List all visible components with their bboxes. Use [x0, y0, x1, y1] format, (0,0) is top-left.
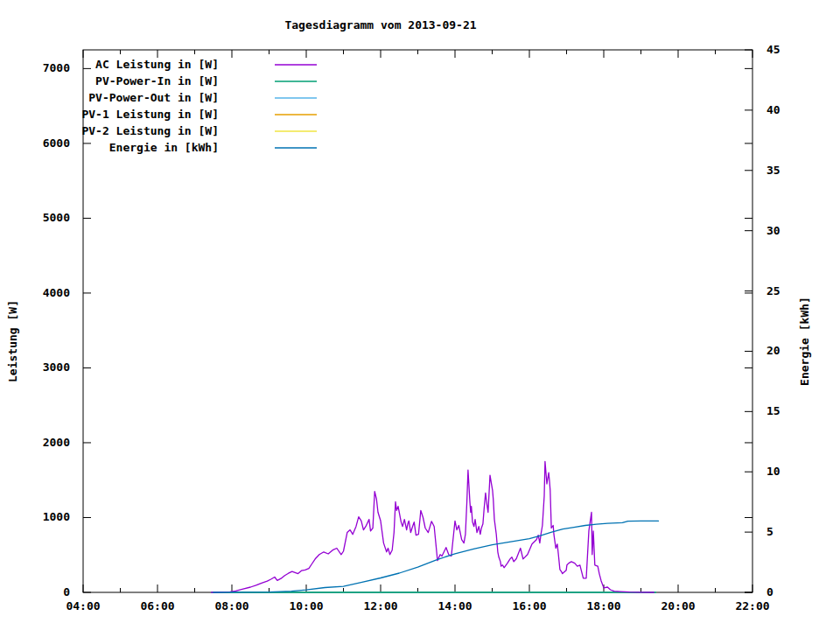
y-tick-label: 5000 — [43, 211, 70, 224]
x-tick-label: 04:00 — [66, 599, 100, 612]
y2-tick-label: 40 — [766, 103, 780, 116]
legend-label: PV-2 Leistung in [W] — [81, 124, 219, 137]
y-tick-label: 4000 — [43, 286, 70, 299]
y2-tick-label: 5 — [766, 525, 774, 538]
y-tick-label: 3000 — [43, 360, 70, 374]
y2-tick-label: 0 — [766, 585, 774, 598]
legend-label: PV-1 Leistung in [W] — [81, 108, 219, 121]
y-tick-label: 6000 — [43, 136, 70, 150]
x-tick-label: 12:00 — [363, 599, 397, 612]
y-tick-label: 1000 — [43, 510, 70, 523]
x-tick-label: 18:00 — [586, 599, 620, 612]
legend-label: AC Leistung in [W] — [95, 58, 219, 71]
y-tick-label: 7000 — [43, 61, 70, 74]
legend-label: PV-Power-In in [W] — [95, 74, 219, 88]
x-tick-label: 14:00 — [438, 599, 472, 612]
x-tick-label: 16:00 — [512, 599, 546, 612]
x-tick-label: 20:00 — [661, 599, 695, 612]
x-tick-label: 06:00 — [140, 599, 174, 612]
x-tick-label: 10:00 — [289, 599, 323, 612]
y2-tick-label: 25 — [766, 284, 780, 298]
y2-tick-label: 45 — [766, 43, 780, 56]
legend-label: PV-Power-Out in [W] — [88, 91, 219, 104]
y2-tick-label: 30 — [766, 224, 780, 237]
y2-tick-label: 35 — [766, 164, 780, 177]
y2-tick-label: 15 — [766, 404, 780, 417]
x-tick-label: 08:00 — [214, 599, 248, 612]
y-tick-label: 0 — [63, 585, 70, 598]
x-tick-label: 22:00 — [735, 599, 769, 612]
y-tick-label: 2000 — [43, 436, 70, 449]
legend-label: Energie in [kWh] — [109, 141, 219, 154]
y2-tick-label: 20 — [766, 344, 780, 357]
series-line — [212, 461, 654, 592]
chart-canvas: Tagesdiagramm vom 2013-09-21 Leistung [W… — [0, 0, 840, 630]
plot-area: 04:0006:0008:0010:0012:0014:0016:0018:00… — [0, 0, 840, 630]
y2-tick-label: 10 — [766, 465, 780, 478]
